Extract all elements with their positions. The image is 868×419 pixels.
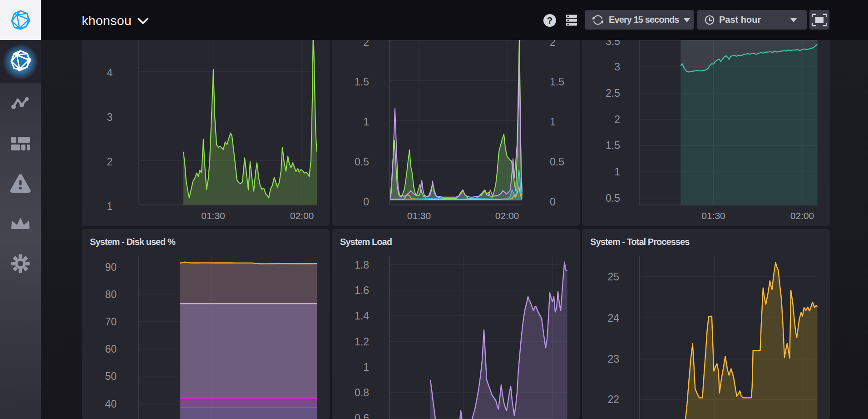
svg-text:1.6: 1.6: [355, 284, 369, 296]
svg-text:0.8: 0.8: [355, 387, 369, 399]
svg-text:1: 1: [615, 166, 621, 178]
svg-text:02:00: 02:00: [790, 210, 814, 221]
svg-text:90: 90: [105, 261, 117, 273]
svg-text:2: 2: [107, 156, 113, 168]
svg-text:0: 0: [363, 196, 369, 208]
svg-text:3: 3: [107, 111, 113, 123]
svg-text:2.5: 2.5: [606, 87, 620, 99]
svg-text:02:00: 02:00: [290, 210, 314, 221]
svg-text:22: 22: [608, 394, 620, 405]
svg-text:0.6: 0.6: [355, 412, 369, 419]
svg-text:01:30: 01:30: [201, 210, 225, 221]
svg-text:0: 0: [550, 196, 556, 208]
svg-text:24: 24: [608, 312, 620, 324]
svg-text:1: 1: [107, 200, 113, 212]
svg-text:2: 2: [615, 114, 621, 125]
svg-text:1.5: 1.5: [355, 76, 369, 88]
svg-text:1: 1: [550, 116, 556, 128]
svg-text:01:30: 01:30: [407, 210, 431, 221]
svg-text:50: 50: [105, 370, 117, 382]
svg-text:4: 4: [107, 67, 113, 79]
svg-text:80: 80: [105, 289, 117, 300]
svg-text:25: 25: [608, 271, 620, 283]
svg-text:01:30: 01:30: [702, 210, 726, 221]
svg-text:3: 3: [615, 61, 621, 73]
svg-text:1.5: 1.5: [550, 76, 564, 88]
svg-text:3.5: 3.5: [606, 40, 620, 47]
svg-text:70: 70: [105, 316, 117, 328]
svg-text:2: 2: [363, 40, 369, 48]
svg-text:60: 60: [105, 343, 117, 355]
svg-text:1.4: 1.4: [355, 310, 369, 322]
svg-text:2: 2: [550, 40, 556, 48]
svg-text:1: 1: [363, 361, 369, 373]
svg-text:1.5: 1.5: [606, 140, 620, 151]
svg-text:1: 1: [363, 116, 369, 128]
svg-text:40: 40: [105, 398, 117, 410]
svg-text:0.5: 0.5: [606, 192, 620, 204]
svg-text:0.5: 0.5: [355, 156, 369, 168]
svg-text:23: 23: [608, 353, 620, 365]
svg-text:1.8: 1.8: [355, 259, 369, 271]
svg-text:1.2: 1.2: [355, 336, 369, 348]
svg-text:02:00: 02:00: [495, 210, 519, 221]
svg-text:0.5: 0.5: [550, 156, 564, 168]
